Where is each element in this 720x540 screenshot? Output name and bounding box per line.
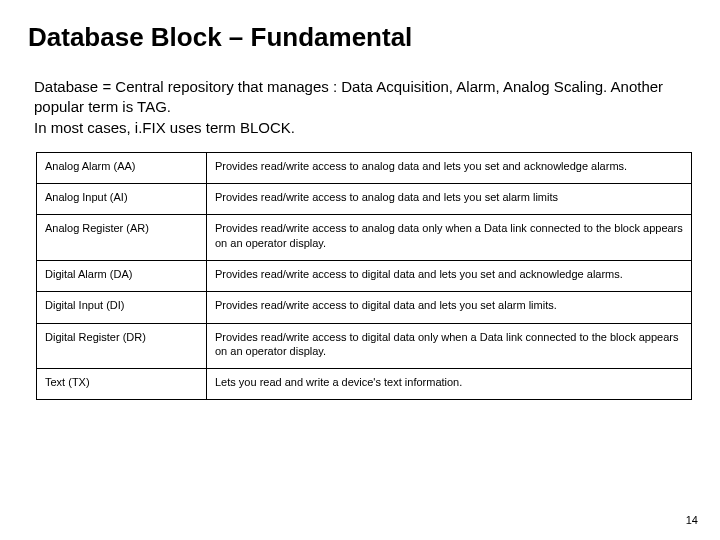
row-desc: Provides read/write access to digital da… xyxy=(207,323,692,369)
row-label: Digital Alarm (DA) xyxy=(37,260,207,291)
row-label: Analog Input (AI) xyxy=(37,184,207,215)
block-table: Analog Alarm (AA) Provides read/write ac… xyxy=(36,152,692,401)
page-number: 14 xyxy=(686,514,698,526)
intro-text: Database = Central repository that manag… xyxy=(28,77,692,138)
row-label: Digital Register (DR) xyxy=(37,323,207,369)
row-desc: Provides read/write access to analog dat… xyxy=(207,215,692,261)
row-desc: Provides read/write access to analog dat… xyxy=(207,184,692,215)
table-row: Analog Alarm (AA) Provides read/write ac… xyxy=(37,152,692,183)
intro-line-2: In most cases, i.FIX uses term BLOCK. xyxy=(34,118,686,138)
row-label: Analog Register (AR) xyxy=(37,215,207,261)
table-row: Digital Register (DR) Provides read/writ… xyxy=(37,323,692,369)
table-row: Analog Register (AR) Provides read/write… xyxy=(37,215,692,261)
row-desc: Provides read/write access to digital da… xyxy=(207,292,692,323)
table-row: Analog Input (AI) Provides read/write ac… xyxy=(37,184,692,215)
table-row: Digital Alarm (DA) Provides read/write a… xyxy=(37,260,692,291)
row-label: Text (TX) xyxy=(37,369,207,400)
row-desc: Provides read/write access to analog dat… xyxy=(207,152,692,183)
row-desc: Provides read/write access to digital da… xyxy=(207,260,692,291)
row-label: Digital Input (DI) xyxy=(37,292,207,323)
row-label: Analog Alarm (AA) xyxy=(37,152,207,183)
page-title: Database Block – Fundamental xyxy=(28,22,692,53)
intro-line-1: Database = Central repository that manag… xyxy=(34,77,686,118)
table-row: Digital Input (DI) Provides read/write a… xyxy=(37,292,692,323)
table-row: Text (TX) Lets you read and write a devi… xyxy=(37,369,692,400)
row-desc: Lets you read and write a device's text … xyxy=(207,369,692,400)
